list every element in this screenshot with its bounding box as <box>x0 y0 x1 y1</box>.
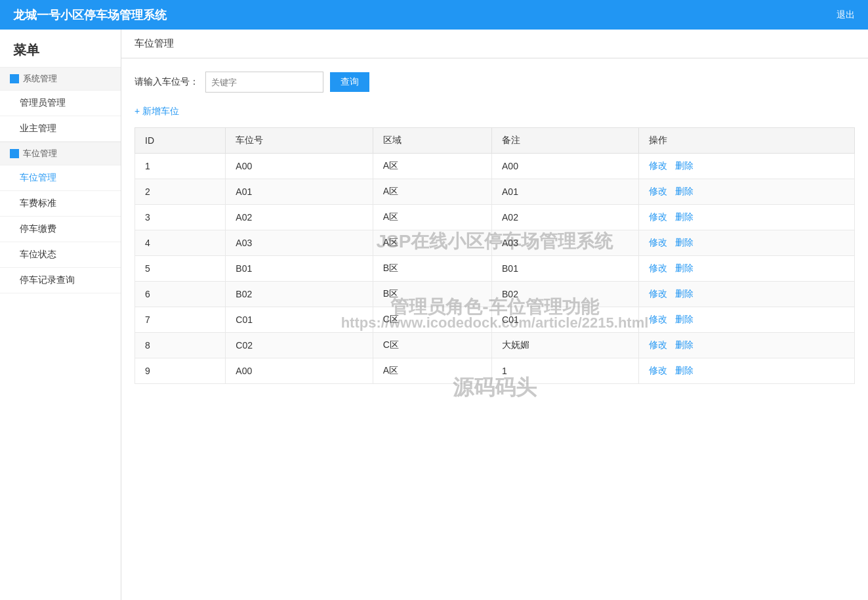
cell-id: 2 <box>135 179 226 205</box>
delete-button[interactable]: 删除 <box>675 339 693 350</box>
cell-area: A区 <box>373 358 491 384</box>
cell-remark: 大妩媚 <box>492 333 639 358</box>
edit-button[interactable]: 修改 <box>649 160 667 171</box>
edit-button[interactable]: 修改 <box>649 186 667 196</box>
search-button[interactable]: 查询 <box>330 72 369 92</box>
edit-button[interactable]: 修改 <box>649 365 667 375</box>
cell-id: 3 <box>135 205 226 230</box>
cell-actions: 修改 删除 <box>639 179 855 205</box>
sidebar-item-space-status[interactable]: 车位状态 <box>0 242 121 268</box>
delete-button[interactable]: 删除 <box>675 186 693 196</box>
cell-remark: A01 <box>492 179 639 205</box>
app-title: 龙城一号小区停车场管理系统 <box>13 7 167 23</box>
cell-area: C区 <box>373 333 491 358</box>
cell-actions: 修改 删除 <box>639 358 855 384</box>
sidebar-item-fee-pay[interactable]: 停车缴费 <box>0 217 121 242</box>
table-row: 9A00A区1修改 删除 <box>135 358 855 384</box>
space-table: ID 车位号 区域 备注 操作 1A00A区A00修改 删除2A01A区A01修… <box>134 127 855 384</box>
table-row: 4A03A区A03修改 删除 <box>135 230 855 256</box>
cell-remark: B01 <box>492 256 639 282</box>
cell-id: 1 <box>135 154 226 179</box>
cell-space-no: A03 <box>226 230 373 256</box>
logout-button[interactable]: 退出 <box>837 9 855 21</box>
table-row: 7C01C区C01修改 删除 <box>135 307 855 333</box>
edit-button[interactable]: 修改 <box>649 211 667 222</box>
edit-button[interactable]: 修改 <box>649 288 667 299</box>
page-header: 车位管理 <box>121 30 868 58</box>
add-space-button[interactable]: + 新增车位 <box>134 106 179 118</box>
edit-button[interactable]: 修改 <box>649 263 667 273</box>
delete-button[interactable]: 删除 <box>675 288 693 299</box>
cell-remark: 1 <box>492 358 639 384</box>
sidebar-group-label-parking: 车位管理 <box>23 148 57 160</box>
sidebar-group-icon-parking <box>10 149 19 158</box>
col-remark: 备注 <box>492 128 639 154</box>
sidebar-item-admin-mgmt[interactable]: 管理员管理 <box>0 91 121 116</box>
page-title: 车位管理 <box>134 37 174 49</box>
cell-id: 6 <box>135 282 226 307</box>
table-row: 6B02B区B02修改 删除 <box>135 282 855 307</box>
cell-actions: 修改 删除 <box>639 230 855 256</box>
cell-area: A区 <box>373 154 491 179</box>
cell-space-no: C02 <box>226 333 373 358</box>
cell-remark: B02 <box>492 282 639 307</box>
content-area: JSP在线小区停车场管理系统 管理员角色-车位管理功能 https://www.… <box>121 58 868 397</box>
cell-remark: A00 <box>492 154 639 179</box>
cell-remark: A03 <box>492 230 639 256</box>
delete-button[interactable]: 删除 <box>675 211 693 222</box>
search-bar: 请输入车位号： 查询 <box>134 72 855 93</box>
cell-id: 5 <box>135 256 226 282</box>
search-label: 请输入车位号： <box>134 76 199 88</box>
cell-space-no: A01 <box>226 179 373 205</box>
sidebar-group-label-system: 系统管理 <box>23 73 57 85</box>
table-row: 2A01A区A01修改 删除 <box>135 179 855 205</box>
cell-area: A区 <box>373 230 491 256</box>
cell-remark: A02 <box>492 205 639 230</box>
main-content: 车位管理 JSP在线小区停车场管理系统 管理员角色-车位管理功能 https:/… <box>121 30 868 600</box>
delete-button[interactable]: 删除 <box>675 237 693 247</box>
cell-area: A区 <box>373 179 491 205</box>
edit-button[interactable]: 修改 <box>649 339 667 350</box>
cell-space-no: C01 <box>226 307 373 333</box>
cell-id: 9 <box>135 358 226 384</box>
header: 龙城一号小区停车场管理系统 退出 <box>0 0 868 30</box>
cell-space-no: B01 <box>226 256 373 282</box>
sidebar-group-icon-system <box>10 74 19 83</box>
cell-actions: 修改 删除 <box>639 256 855 282</box>
sidebar-item-parking-log[interactable]: 停车记录查询 <box>0 268 121 293</box>
col-id: ID <box>135 128 226 154</box>
delete-button[interactable]: 删除 <box>675 314 693 324</box>
sidebar-group-parking[interactable]: 车位管理 <box>0 142 121 165</box>
table-header-row: ID 车位号 区域 备注 操作 <box>135 128 855 154</box>
sidebar-item-fee-standard[interactable]: 车费标准 <box>0 191 121 217</box>
cell-actions: 修改 删除 <box>639 154 855 179</box>
cell-space-no: A02 <box>226 205 373 230</box>
table-row: 3A02A区A02修改 删除 <box>135 205 855 230</box>
edit-button[interactable]: 修改 <box>649 314 667 324</box>
cell-area: A区 <box>373 205 491 230</box>
cell-remark: C01 <box>492 307 639 333</box>
sidebar-item-owner-mgmt[interactable]: 业主管理 <box>0 116 121 142</box>
delete-button[interactable]: 删除 <box>675 263 693 273</box>
delete-button[interactable]: 删除 <box>675 365 693 375</box>
cell-id: 4 <box>135 230 226 256</box>
cell-id: 7 <box>135 307 226 333</box>
cell-area: C区 <box>373 307 491 333</box>
delete-button[interactable]: 删除 <box>675 160 693 171</box>
cell-space-no: B02 <box>226 282 373 307</box>
sidebar: 菜单 系统管理 管理员管理 业主管理 车位管理 车位管理 车费标准 停车缴费 车… <box>0 30 121 600</box>
main-layout: 菜单 系统管理 管理员管理 业主管理 车位管理 车位管理 车费标准 停车缴费 车… <box>0 30 868 600</box>
sidebar-group-system[interactable]: 系统管理 <box>0 67 121 91</box>
cell-actions: 修改 删除 <box>639 307 855 333</box>
table-row: 1A00A区A00修改 删除 <box>135 154 855 179</box>
cell-area: B区 <box>373 282 491 307</box>
cell-space-no: A00 <box>226 154 373 179</box>
cell-area: B区 <box>373 256 491 282</box>
cell-actions: 修改 删除 <box>639 205 855 230</box>
sidebar-item-space-mgmt[interactable]: 车位管理 <box>0 165 121 191</box>
cell-id: 8 <box>135 333 226 358</box>
cell-actions: 修改 删除 <box>639 333 855 358</box>
edit-button[interactable]: 修改 <box>649 237 667 247</box>
search-input[interactable] <box>205 72 323 93</box>
col-space-no: 车位号 <box>226 128 373 154</box>
